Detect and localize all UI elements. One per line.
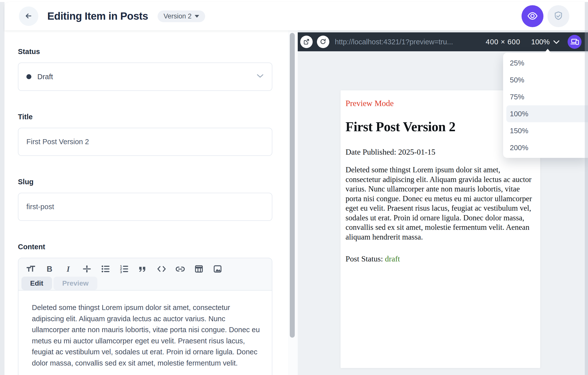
status-dot-icon bbox=[26, 74, 31, 79]
version-label: Version 2 bbox=[164, 12, 192, 20]
strikethrough-icon bbox=[82, 264, 92, 275]
tab-preview[interactable]: Preview bbox=[54, 277, 97, 290]
preview-status-line: Post Status: draft bbox=[346, 254, 536, 263]
title-input[interactable]: First Post Version 2 bbox=[18, 128, 272, 156]
zoom-option[interactable]: 150% bbox=[503, 122, 588, 139]
chevron-down-icon bbox=[195, 15, 199, 18]
code-icon bbox=[157, 264, 167, 275]
back-button[interactable] bbox=[19, 6, 38, 26]
window-scrollbar[interactable] bbox=[585, 2, 588, 375]
text-size-button[interactable] bbox=[26, 264, 36, 274]
zoom-option[interactable]: 50% bbox=[503, 71, 588, 88]
preview-toolbar: http://localhost:4321/1?preview=tru... 4… bbox=[298, 32, 588, 51]
validation-button[interactable] bbox=[547, 5, 569, 27]
status-label: Status bbox=[18, 48, 288, 56]
devices-icon bbox=[570, 37, 579, 47]
preview-dimensions: 400 × 600 bbox=[486, 38, 520, 46]
zoom-value: 100% bbox=[531, 38, 550, 46]
version-dropdown[interactable]: Version 2 bbox=[158, 10, 205, 22]
blockquote-icon bbox=[138, 264, 148, 275]
slug-input-value: first-post bbox=[26, 203, 54, 211]
slug-input[interactable]: first-post bbox=[18, 193, 272, 221]
table-button[interactable] bbox=[194, 264, 204, 274]
link-icon bbox=[175, 264, 185, 275]
zoom-option[interactable]: 25% bbox=[503, 55, 588, 71]
preview-status-value: draft bbox=[385, 254, 400, 263]
strikethrough-button[interactable] bbox=[82, 264, 92, 274]
content-editor: B I bbox=[18, 258, 272, 375]
bold-icon: B bbox=[45, 264, 55, 275]
shield-check-icon bbox=[553, 10, 564, 22]
eye-icon bbox=[527, 10, 538, 22]
ordered-list-icon: 1 2 3 bbox=[119, 264, 129, 275]
page-title: Editing Item in Posts bbox=[47, 10, 148, 22]
content-textarea[interactable]: Deleted some thingst Lorem ipsum dolor s… bbox=[18, 291, 272, 375]
slug-label: Slug bbox=[18, 178, 288, 186]
preview-url[interactable]: http://localhost:4321/1?preview=tru... bbox=[335, 38, 453, 46]
editor-toolbar: B I bbox=[18, 258, 272, 276]
zoom-menu: 25% 50% 75% 100% 150% 200% bbox=[503, 53, 588, 158]
chevron-down-icon bbox=[553, 38, 560, 46]
status-value: Draft bbox=[37, 73, 53, 81]
preview-pane: http://localhost:4321/1?preview=tru... 4… bbox=[298, 30, 588, 375]
form-scrollbar-track[interactable] bbox=[288, 30, 298, 375]
refresh-icon bbox=[319, 38, 327, 46]
app-header: Editing Item in Posts Version 2 bbox=[4, 2, 588, 30]
device-size-button[interactable] bbox=[568, 35, 582, 49]
open-in-new-button[interactable] bbox=[300, 36, 313, 48]
blockquote-button[interactable] bbox=[138, 264, 148, 274]
title-label: Title bbox=[18, 113, 288, 121]
preview-body-text: Deleted some thingst Lorem ipsum dolor s… bbox=[346, 165, 536, 242]
tab-edit[interactable]: Edit bbox=[21, 277, 52, 290]
preview-status-label: Post Status: bbox=[346, 254, 385, 263]
zoom-option[interactable]: 200% bbox=[503, 139, 588, 156]
table-icon bbox=[194, 264, 204, 275]
bold-button[interactable]: B bbox=[45, 264, 55, 274]
code-button[interactable] bbox=[157, 264, 167, 274]
ordered-list-button[interactable]: 1 2 3 bbox=[119, 264, 129, 274]
italic-icon: I bbox=[63, 264, 73, 275]
svg-text:3: 3 bbox=[120, 270, 122, 274]
svg-text:I: I bbox=[66, 264, 70, 273]
zoom-option[interactable]: 75% bbox=[503, 88, 588, 105]
preview-toggle-button[interactable] bbox=[522, 5, 543, 27]
chevron-down-icon bbox=[256, 74, 264, 80]
zoom-menu-caret bbox=[544, 49, 551, 53]
content-label: Content bbox=[18, 243, 288, 251]
zoom-option[interactable]: 100% bbox=[506, 105, 588, 122]
bullet-list-icon bbox=[101, 264, 111, 275]
open-in-new-icon bbox=[303, 38, 310, 46]
status-select[interactable]: Draft bbox=[18, 62, 272, 91]
text-size-icon bbox=[26, 264, 36, 275]
svg-text:B: B bbox=[47, 264, 53, 273]
bullet-list-button[interactable] bbox=[101, 264, 111, 274]
edit-form-panel: Status Draft Title First Post Version 2 … bbox=[4, 30, 288, 375]
italic-button[interactable]: I bbox=[63, 264, 73, 274]
link-button[interactable] bbox=[175, 264, 185, 274]
editor-tab-bar: Edit Preview bbox=[18, 277, 272, 290]
refresh-button[interactable] bbox=[317, 36, 329, 48]
page-left-margin bbox=[0, 2, 4, 375]
form-scrollbar-thumb[interactable] bbox=[290, 33, 295, 338]
image-button[interactable] bbox=[213, 264, 223, 274]
image-icon bbox=[213, 264, 223, 275]
title-input-value: First Post Version 2 bbox=[26, 138, 89, 146]
back-arrow-icon bbox=[24, 11, 34, 22]
zoom-select[interactable]: 100% bbox=[531, 38, 560, 46]
